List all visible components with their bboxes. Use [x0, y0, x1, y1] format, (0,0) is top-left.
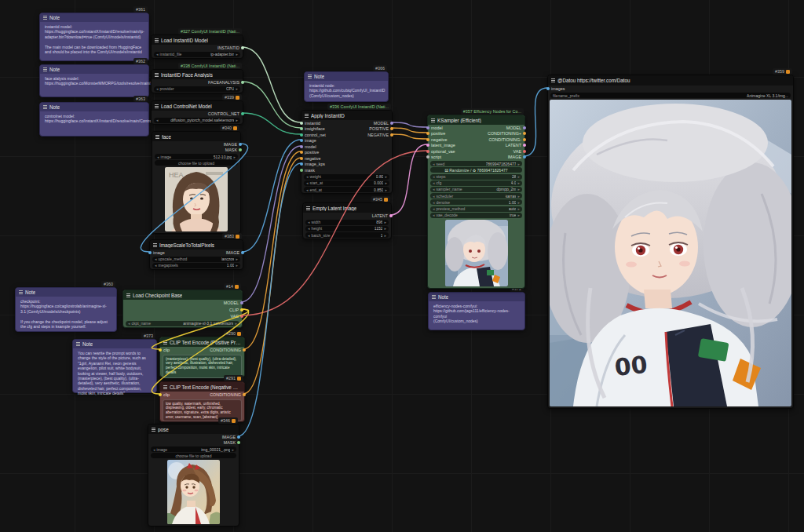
decrement-arrow[interactable]: ◂	[306, 188, 309, 192]
port-positive-output[interactable]: POSITIVE	[367, 126, 392, 133]
increment-arrow[interactable]: ▸	[517, 206, 520, 211]
model-port-dot[interactable]	[300, 145, 303, 148]
instantid-port-dot[interactable]	[241, 46, 244, 49]
model-port-dot[interactable]	[240, 301, 243, 304]
increment-arrow[interactable]: ▸	[385, 180, 387, 185]
collapse-icon[interactable]	[43, 17, 47, 18]
collapse-icon[interactable]	[155, 106, 159, 107]
port-controlnet-input[interactable]: control_net	[302, 132, 326, 138]
widget-width[interactable]: ◂width896▸	[305, 220, 389, 225]
decrement-arrow[interactable]: ◂	[433, 206, 435, 211]
increment-arrow[interactable]: ▸	[235, 321, 237, 326]
note-title-bar[interactable]: Note	[73, 340, 156, 348]
decrement-arrow[interactable]: ◂	[308, 233, 310, 238]
increment-arrow[interactable]: ▸	[384, 233, 386, 238]
collapse-icon[interactable]	[43, 69, 47, 70]
node-title-bar[interactable]: CLIP Text Encode (Positive Prompt)	[160, 337, 244, 347]
note-title-bar[interactable]: Note	[40, 13, 148, 22]
choose-file-button[interactable]: choose file to upload	[151, 453, 236, 458]
increment-arrow[interactable]: ▸	[517, 187, 520, 191]
decrement-arrow[interactable]: ◂	[308, 220, 310, 224]
widget-image-file[interactable]: ◂image512-10.jpg▸	[155, 154, 238, 159]
node-title-bar[interactable]: Apply InstantID	[302, 111, 392, 120]
script-port-dot[interactable]	[426, 155, 429, 159]
note-title-bar[interactable]: Note	[40, 65, 148, 74]
mask-port-dot[interactable]	[300, 169, 303, 172]
decrement-arrow[interactable]: ◂	[156, 86, 159, 91]
conditioning-port-dot[interactable]	[390, 133, 393, 137]
choose-file-button[interactable]: choose file to upload	[155, 160, 238, 166]
port-model-output[interactable]: MODEL	[367, 120, 392, 126]
image-port-dot[interactable]	[300, 139, 303, 142]
port-mask-output[interactable]: MASK	[225, 148, 238, 154]
increment-arrow[interactable]: ▸	[385, 188, 387, 192]
widget-provider[interactable]: ◂providerCPU▸	[154, 86, 240, 92]
image-port-dot[interactable]	[241, 251, 244, 254]
model-port-dot[interactable]	[390, 122, 393, 125]
widget-steps[interactable]: ◂steps28▸	[430, 174, 522, 180]
port-positive-input[interactable]: positive	[302, 150, 326, 156]
node-title-bar[interactable]: InstantID Face Analysis	[152, 70, 243, 79]
increment-arrow[interactable]: ▸	[384, 220, 386, 224]
decrement-arrow[interactable]: ◂	[157, 155, 159, 159]
latent-port-dot[interactable]	[523, 144, 526, 147]
decrement-arrow[interactable]: ◂	[156, 52, 159, 56]
node-title-bar[interactable]: pose	[148, 425, 239, 434]
collapse-icon[interactable]	[43, 107, 47, 107]
clip-port-dot[interactable]	[159, 348, 162, 352]
decrement-arrow[interactable]: ◂	[433, 162, 435, 166]
node-title-bar[interactable]: CLIP Text Encode (Negative Prompt)	[160, 382, 244, 392]
port-script-input[interactable]: script	[430, 155, 441, 161]
port-conditioning-plus-output[interactable]: CONDITIONING+	[488, 131, 522, 137]
collapse-icon[interactable]	[306, 208, 310, 209]
widget-vae-decode[interactable]: ◂vae_decodetrue▸	[430, 213, 522, 218]
conditioning-port-dot[interactable]	[523, 138, 526, 141]
conditioning-port-dot[interactable]	[243, 348, 246, 352]
decrement-arrow[interactable]: ◂	[308, 226, 310, 231]
widget-megapixels[interactable]: ◂megapixels1.00▸	[152, 263, 240, 268]
port-model-output[interactable]: MODEL	[224, 301, 239, 307]
increment-arrow[interactable]: ▸	[236, 263, 238, 268]
conditioning-port-dot[interactable]	[300, 151, 303, 154]
port-optional-vae-input[interactable]: optional_vae	[430, 148, 455, 155]
port-vae-output[interactable]: VAE	[231, 314, 239, 320]
vae-port-dot[interactable]	[426, 150, 429, 153]
node-title-bar[interactable]: Load InstantID Model	[152, 35, 243, 45]
decrement-arrow[interactable]: ◂	[433, 213, 435, 217]
decrement-arrow[interactable]: ◂	[155, 257, 157, 261]
widget-preview-method[interactable]: ◂preview_methodauto▸	[430, 206, 522, 212]
conditioning-port-dot[interactable]	[390, 127, 393, 130]
port-vae-output[interactable]: VAE	[513, 148, 522, 155]
increment-arrow[interactable]: ▸	[517, 174, 520, 179]
node-title-bar[interactable]: Load Checkpoint Base	[123, 290, 242, 300]
clip-port-dot[interactable]	[159, 393, 162, 396]
port-image-output[interactable]: IMAGE	[508, 155, 522, 161]
latent-port-dot[interactable]	[389, 214, 393, 217]
note-title-bar[interactable]: Note	[429, 293, 524, 301]
increment-arrow[interactable]: ▸	[232, 447, 234, 452]
note-title-bar[interactable]: Note	[40, 103, 148, 111]
port-conditioning-output[interactable]: CONDITIONING	[210, 347, 242, 353]
increment-arrow[interactable]: ▸	[517, 194, 520, 199]
decrement-arrow[interactable]: ◂	[156, 118, 159, 122]
port-clip-input[interactable]: clip	[163, 392, 170, 398]
image-port-dot[interactable]	[239, 143, 242, 146]
note-title-bar[interactable]: Note	[305, 72, 388, 81]
port-negative-output[interactable]: NEGATIVE	[367, 132, 392, 138]
conditioning-port-dot[interactable]	[243, 393, 246, 396]
faceanalysis-port-dot[interactable]	[241, 81, 244, 84]
collapse-icon[interactable]	[153, 245, 157, 246]
increment-arrow[interactable]: ▸	[384, 226, 386, 231]
node-title-bar[interactable]: @Datou https://twitter.com/Datou	[548, 75, 793, 86]
image-port-dot[interactable]	[237, 435, 240, 439]
collapse-icon[interactable]	[551, 80, 555, 81]
image-port-dot[interactable]	[546, 87, 550, 90]
port-negative-input[interactable]: negative	[430, 137, 447, 143]
port-latent-output[interactable]: LATENT	[372, 213, 389, 219]
widget-image-file[interactable]: ◂imageimg_00021_.png▸	[151, 446, 236, 452]
port-image-output[interactable]: IMAGE	[226, 250, 240, 256]
port-instantid-input[interactable]: instantid	[302, 120, 326, 126]
collapse-icon[interactable]	[432, 297, 436, 297]
widget-instantid-file[interactable]: ◂instantid_fileip-adapter.bin▸	[154, 52, 240, 57]
widget-controlnet-name[interactable]: ◂diffusion_pytorch_model.safetensors▸	[154, 118, 240, 123]
